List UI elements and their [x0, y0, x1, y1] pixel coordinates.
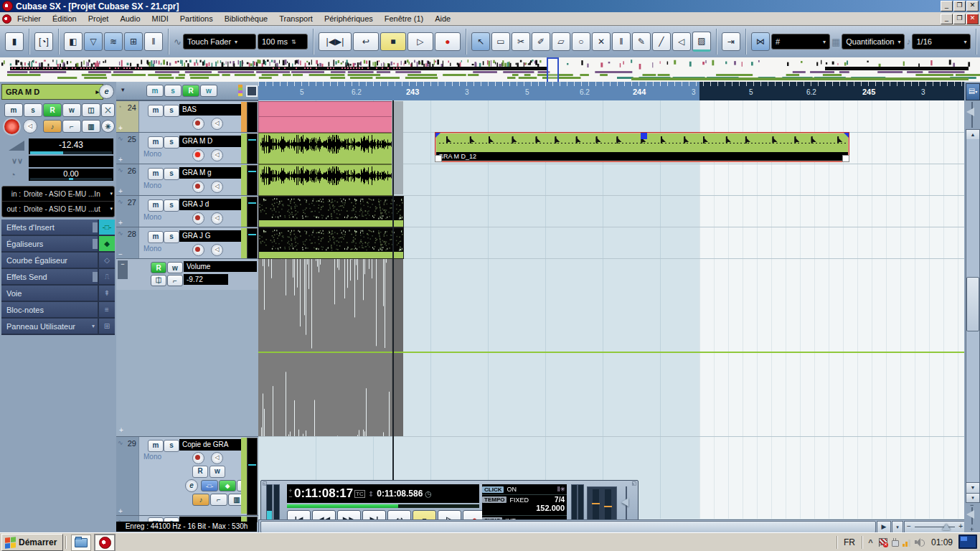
expand-toggle[interactable]: + — [119, 426, 123, 434]
tray-volume-icon[interactable] — [913, 537, 925, 548]
vertical-scrollbar[interactable] — [966, 139, 980, 482]
automation-time-field[interactable]: 100 ms⇅ — [258, 34, 308, 50]
tool-zoom-icon[interactable]: ○ — [572, 32, 590, 51]
automation-lane-header[interactable]: − R w Volume ⎅ ⌐ -9.72 — [116, 258, 258, 291]
cycle-button[interactable]: ↩ — [353, 32, 379, 51]
track-name[interactable]: GRA J G — [179, 230, 245, 242]
track-mute-button[interactable]: m — [148, 199, 164, 212]
tempo-value[interactable]: 152.000 — [482, 504, 567, 512]
section-sends[interactable]: Effets Send ⎍ — [1, 269, 115, 286]
quantize-value-dropdown[interactable]: 1/16▾ — [912, 34, 971, 50]
resize-right-handle[interactable] — [842, 155, 849, 162]
freeze-icon[interactable]: ✳ — [101, 120, 115, 133]
audio-clip-grajg[interactable] — [258, 227, 404, 259]
time-signature[interactable]: 7/4 — [555, 496, 565, 504]
quicklaunch-folder-icon[interactable] — [71, 534, 91, 551]
close-button[interactable]: ✕ — [966, 1, 979, 11]
mixer-toggle-icon[interactable]: ‖ — [144, 32, 163, 51]
tool-color-icon[interactable]: ▨ — [692, 32, 711, 52]
track-name[interactable]: BAS — [179, 104, 245, 116]
menu-audio[interactable]: Audio — [114, 13, 146, 24]
record-enable-button[interactable] — [192, 149, 204, 161]
expand-toggle[interactable]: + — [118, 156, 123, 164]
overview-line-button[interactable]: [◔] — [34, 32, 53, 51]
click-row[interactable]: CLICK ON ‖✳ — [482, 484, 567, 495]
audio-clip-bas[interactable] — [258, 101, 393, 133]
tool-mute-icon[interactable]: ✕ — [592, 32, 611, 51]
minimize-button[interactable]: _ — [941, 1, 953, 11]
track-name[interactable]: GRA M g — [179, 167, 245, 179]
menu-fichier[interactable]: Fichier — [11, 13, 47, 24]
lanes-icon[interactable]: ▥ — [82, 120, 100, 133]
channel-strip-icon[interactable]: ⇞ — [98, 286, 115, 301]
track-solo-button[interactable]: s — [164, 136, 179, 149]
notepad-icon[interactable]: ≡ — [98, 302, 115, 317]
record-enable-button[interactable] — [192, 181, 204, 193]
track-solo-button[interactable]: s — [164, 105, 179, 117]
horizontal-zoom-slider[interactable]: − + — [904, 521, 964, 532]
primary-time[interactable]: 0:11:08:17 — [294, 486, 353, 501]
menu-fenetre[interactable]: Fenêtre (1) — [379, 13, 429, 24]
stop-button[interactable]: ■ — [380, 32, 406, 51]
track-mute-button[interactable]: m — [148, 136, 164, 149]
automation-read-button[interactable]: R — [151, 262, 166, 273]
monitor-button[interactable]: ◁ — [211, 244, 223, 256]
tool-line-icon[interactable]: ╱ — [652, 32, 671, 51]
solo-button[interactable]: s — [24, 103, 42, 117]
write-automation-button[interactable]: w — [62, 103, 81, 117]
global-mute-button[interactable]: m — [146, 85, 164, 97]
track-name[interactable]: GRA J d — [179, 199, 245, 210]
output-routing[interactable]: out : Droite - ASIO E-MU ...ut ▾ — [2, 202, 114, 216]
play-button[interactable]: ▷ — [407, 32, 433, 51]
track-solo-button[interactable]: s — [164, 168, 179, 180]
automation-parameter[interactable]: Volume — [184, 261, 257, 272]
autoscroll-button[interactable]: ⇥ — [722, 32, 740, 51]
menu-bibliotheque[interactable]: Bibliothèque — [219, 13, 274, 24]
start-button[interactable]: Démarrer — [1, 534, 63, 551]
child-close-button[interactable]: ✕ — [966, 14, 979, 24]
monitor-button[interactable]: ◁ — [211, 452, 223, 464]
section-channel[interactable]: Voie ⇞ — [1, 286, 115, 302]
tool-range-icon[interactable]: ▭ — [491, 32, 510, 51]
project-overview-strip[interactable] — [0, 57, 980, 83]
audio-clip-gramd[interactable] — [258, 133, 394, 164]
printer-icon[interactable]: ⎅ — [151, 275, 166, 286]
read-automation-button[interactable]: R — [43, 103, 62, 117]
snap-button[interactable]: ⋈ — [751, 32, 770, 51]
section-user-panel[interactable]: Panneau Utilisateur ▾ ⊞ — [1, 319, 115, 335]
quantize-mode-dropdown[interactable]: Quantification▾ — [842, 34, 905, 50]
time-format-badge[interactable]: TC — [354, 490, 365, 498]
lock-icon[interactable]: ⌐ — [210, 494, 227, 506]
track-solo-button[interactable]: s — [164, 440, 179, 452]
hscroll-thumb[interactable] — [260, 521, 876, 532]
record-enable-button[interactable] — [192, 212, 204, 225]
panel-corner-icon[interactable]: ◱ — [631, 481, 636, 486]
section-eq-curve[interactable]: Courbe Égaliseur ◇ — [1, 253, 115, 269]
selected-clip-gramd12[interactable]: GRA M D_12 — [435, 132, 849, 162]
track-mute-button[interactable]: m — [148, 440, 164, 452]
track-solo-button[interactable]: s — [164, 199, 179, 212]
input-routing[interactable]: in : Droite - ASIO E-MU ...In ▾ — [2, 187, 114, 202]
vscroll-thumb[interactable] — [966, 277, 979, 331]
track-mute-button[interactable]: m — [148, 231, 164, 243]
quicklaunch-cubase-icon[interactable] — [94, 534, 116, 551]
grid-type-dropdown[interactable]: #▾ — [771, 34, 830, 50]
expand-toggle[interactable]: − — [118, 250, 123, 258]
record-button[interactable]: ● — [435, 32, 461, 51]
overview-toggle-icon[interactable]: ≋ — [104, 32, 123, 51]
position-slider[interactable] — [287, 504, 479, 508]
overview-view-indicator[interactable] — [547, 57, 559, 83]
tray-network-icon[interactable] — [901, 537, 913, 548]
track-write-button[interactable]: w — [209, 466, 225, 478]
volume-bar-track[interactable] — [30, 151, 112, 154]
eq-curve-icon[interactable]: ◇ — [98, 253, 115, 268]
tempo-row[interactable]: TEMPO FIXED 7/4 152.000 — [482, 495, 567, 516]
track-mute-button[interactable]: m — [148, 168, 164, 180]
resize-left-handle[interactable] — [435, 155, 442, 162]
audio-clip-grajd[interactable] — [258, 196, 404, 227]
tray-security-flag-icon[interactable]: ✕ — [877, 537, 889, 548]
track-mute-button[interactable]: m — [148, 105, 164, 117]
time-nudge-buttons[interactable]: +− — [287, 488, 294, 499]
monitor-button[interactable]: ◁ — [211, 118, 223, 130]
send-fx-icon[interactable]: ⎍ — [98, 269, 115, 284]
